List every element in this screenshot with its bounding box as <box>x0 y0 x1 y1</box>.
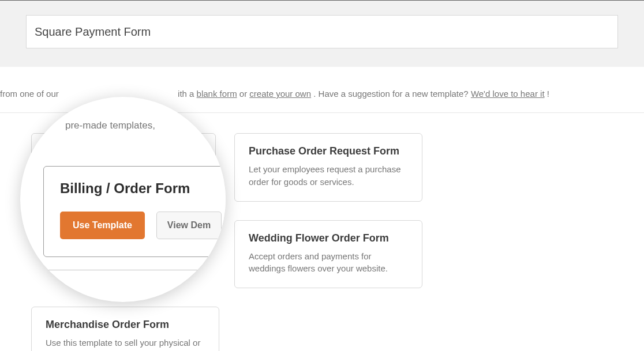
view-demo-label: View Dem <box>167 220 211 231</box>
blank-form-link[interactable]: blank form <box>197 89 237 99</box>
card-title: Purchase Order Request Form <box>249 145 408 157</box>
form-name-input[interactable] <box>26 15 618 48</box>
desc-suggestion: . Have a suggestion for a new template? <box>313 89 471 99</box>
card-desc: Let your employees request a purchase or… <box>249 163 408 188</box>
use-template-label: Use Template <box>73 220 132 231</box>
create-own-link[interactable]: create your own <box>249 89 311 99</box>
zoom-lens: pre-made templates, Billing / Order Form… <box>20 97 226 302</box>
feedback-link[interactable]: We'd love to hear it <box>471 89 545 99</box>
card-desc: Accept orders and payments for weddings … <box>249 250 408 275</box>
desc-or: or <box>239 89 250 99</box>
template-card[interactable]: Wedding Flower Order Form Accept orders … <box>234 220 422 289</box>
form-name-bar <box>0 0 644 67</box>
template-card[interactable]: Purchase Order Request Form Let your emp… <box>234 133 422 202</box>
zoom-card-title: Billing / Order Form <box>60 180 226 197</box>
zoom-top-text: pre-made templates, <box>65 120 155 131</box>
desc-text-prefix: from one of our <box>0 89 59 99</box>
card-title: Wedding Flower Order Form <box>249 232 408 244</box>
card-title: Merchandise Order Form <box>46 319 205 331</box>
zoom-template-card[interactable]: Billing / Order Form Use Template View D… <box>43 166 226 257</box>
view-demo-button[interactable]: View Dem <box>156 212 222 239</box>
desc-excl: ! <box>547 89 549 99</box>
desc-text-with-a: ith a <box>178 89 197 99</box>
template-card[interactable]: Merchandise Order Form Use this template… <box>31 307 219 351</box>
use-template-button[interactable]: Use Template <box>60 212 145 239</box>
card-desc: Use this template to sell your physical … <box>46 337 205 351</box>
